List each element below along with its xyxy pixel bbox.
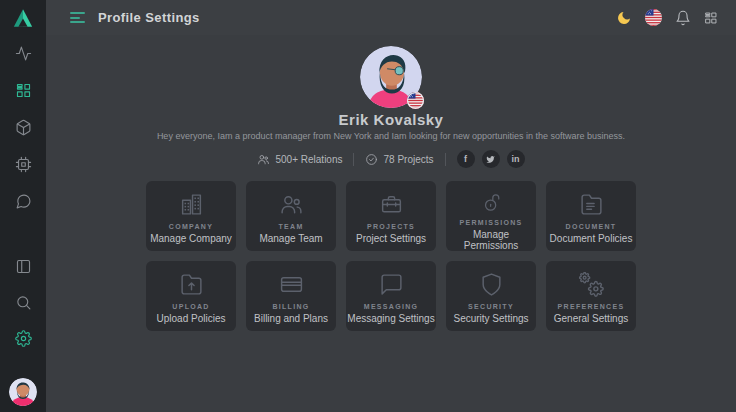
bell-icon[interactable]: [675, 10, 691, 26]
twitter-icon[interactable]: [482, 150, 500, 168]
card-subtitle: Security Settings: [453, 313, 528, 324]
card-subtitle: Billing and Plans: [254, 313, 328, 324]
messaging-icon: [379, 272, 404, 297]
card-title: Messaging: [364, 303, 418, 310]
moon-icon[interactable]: [616, 10, 632, 26]
activity-icon[interactable]: [15, 45, 32, 62]
social-links: f in: [457, 150, 525, 168]
card-document[interactable]: Document Document Policies: [546, 181, 636, 251]
triangle-logo-icon: [12, 8, 34, 28]
facebook-icon[interactable]: f: [457, 150, 475, 168]
card-subtitle: Manage Permissions: [446, 229, 536, 251]
billing-icon: [279, 272, 304, 297]
us-flag-icon[interactable]: [645, 9, 662, 26]
sidebar-nav: [15, 35, 32, 210]
profile-name: Erik Kovalsky: [46, 111, 736, 128]
card-title: Permissions: [460, 219, 523, 226]
check-circle-icon: [365, 153, 378, 166]
card-title: Upload: [172, 303, 209, 310]
header-actions: [616, 9, 736, 26]
search-icon[interactable]: [15, 294, 32, 311]
apps-grid-icon[interactable]: [704, 11, 718, 25]
user-avatar-image: [9, 378, 37, 406]
card-title: Projects: [367, 223, 415, 230]
chat-icon[interactable]: [15, 193, 32, 210]
team-icon: [279, 192, 304, 217]
settings-cards-grid: Company Manage Company Team Manage Team …: [146, 181, 636, 331]
card-subtitle: Manage Team: [259, 233, 322, 244]
card-title: Team: [278, 223, 303, 230]
security-icon: [479, 272, 504, 297]
preferences-icon: [579, 272, 604, 297]
card-subtitle: Manage Company: [150, 233, 232, 244]
page-title: Profile Settings: [98, 10, 200, 25]
sidebar-user-avatar[interactable]: [9, 378, 37, 406]
card-company[interactable]: Company Manage Company: [146, 181, 236, 251]
card-billing[interactable]: Billing Billing and Plans: [246, 261, 336, 331]
users-icon: [257, 153, 270, 166]
card-title: Billing: [272, 303, 309, 310]
card-subtitle: Upload Policies: [157, 313, 226, 324]
projects-icon: [379, 192, 404, 217]
relations-stat: 500+ Relations: [257, 153, 342, 166]
sidebar-bottom: [9, 258, 37, 412]
profile-bio: Hey everyone, Iam a product manager from…: [46, 131, 736, 141]
card-preferences[interactable]: Preferences General Settings: [546, 261, 636, 331]
upload-icon: [179, 272, 204, 297]
company-icon: [179, 192, 204, 217]
card-subtitle: General Settings: [554, 313, 629, 324]
linkedin-icon[interactable]: in: [507, 150, 525, 168]
profile-stats: 500+ Relations 78 Projects f in: [46, 150, 736, 168]
menu-toggle-icon[interactable]: [70, 12, 85, 23]
permissions-icon: [479, 192, 504, 213]
card-title: Document: [566, 223, 617, 230]
app-logo[interactable]: [0, 0, 46, 35]
stats-divider-2: [445, 153, 446, 166]
card-title: Preferences: [558, 303, 625, 310]
projects-label: 78 Projects: [383, 154, 433, 165]
card-projects[interactable]: Projects Project Settings: [346, 181, 436, 251]
card-title: Security: [468, 303, 514, 310]
main-content: Erik Kovalsky Hey everyone, Iam a produc…: [46, 35, 736, 412]
card-subtitle: Project Settings: [356, 233, 426, 244]
card-security[interactable]: Security Security Settings: [446, 261, 536, 331]
card-subtitle: Messaging Settings: [347, 313, 434, 324]
top-bar: Profile Settings: [46, 0, 736, 35]
avatar-country-flag-icon: [407, 92, 424, 109]
card-upload[interactable]: Upload Upload Policies: [146, 261, 236, 331]
document-icon: [579, 192, 604, 217]
box-icon[interactable]: [15, 119, 32, 136]
card-title: Company: [169, 223, 213, 230]
grid-icon[interactable]: [15, 82, 32, 99]
card-messaging[interactable]: Messaging Messaging Settings: [346, 261, 436, 331]
cpu-icon[interactable]: [15, 156, 32, 173]
card-subtitle: Document Policies: [550, 233, 633, 244]
projects-stat: 78 Projects: [365, 153, 433, 166]
card-permissions[interactable]: Permissions Manage Permissions: [446, 181, 536, 251]
layout-icon[interactable]: [15, 258, 32, 275]
card-team[interactable]: Team Manage Team: [246, 181, 336, 251]
profile-avatar[interactable]: [360, 46, 422, 108]
relations-label: 500+ Relations: [275, 154, 342, 165]
stats-divider: [353, 153, 354, 166]
sidebar: [0, 0, 46, 412]
settings-gear-icon[interactable]: [15, 330, 32, 347]
